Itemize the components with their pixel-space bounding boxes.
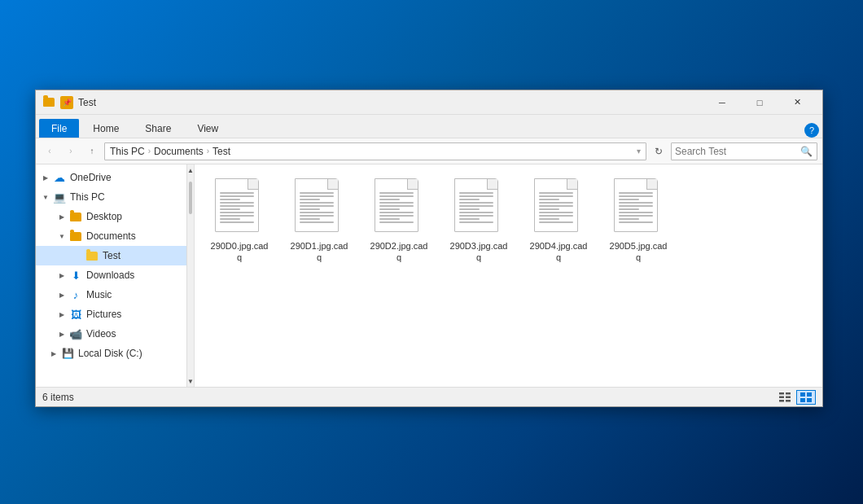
doc-line bbox=[619, 195, 653, 197]
file-name: 290D5.jpg.cadq bbox=[607, 240, 669, 264]
sidebar-item-documents[interactable]: ▼ Documents bbox=[36, 226, 186, 246]
doc-line bbox=[539, 218, 559, 220]
doc-line bbox=[539, 215, 573, 217]
disk-icon: 💾 bbox=[60, 346, 75, 361]
breadcrumb-sep-1: › bbox=[148, 147, 151, 156]
sidebar-label-onedrive: OneDrive bbox=[70, 172, 112, 183]
doc-line bbox=[300, 199, 320, 200]
status-bar: 6 items bbox=[36, 387, 822, 406]
scrollbar-thumb[interactable] bbox=[189, 182, 192, 214]
refresh-button[interactable]: ↻ bbox=[650, 142, 668, 160]
svg-rect-5 bbox=[786, 400, 791, 402]
sidebar-label-this-pc: This PC bbox=[70, 191, 105, 203]
file-item[interactable]: 290D3.jpg.cadq bbox=[442, 173, 515, 270]
test-folder-icon bbox=[85, 248, 99, 263]
search-box: 🔍 bbox=[671, 142, 817, 160]
forward-button[interactable]: › bbox=[62, 142, 80, 160]
expand-arrow-pictures: ▶ bbox=[55, 308, 68, 321]
breadcrumb-this-pc[interactable]: This PC bbox=[110, 146, 145, 157]
tab-view[interactable]: View bbox=[185, 119, 230, 138]
sidebar-label-downloads: Downloads bbox=[86, 270, 134, 281]
doc-line bbox=[619, 215, 653, 217]
scrollbar-down[interactable]: ▼ bbox=[187, 375, 194, 387]
file-item[interactable]: 290D2.jpg.cadq bbox=[362, 173, 436, 270]
doc-line bbox=[619, 221, 653, 223]
breadcrumb-test[interactable]: Test bbox=[212, 146, 230, 157]
doc-line bbox=[379, 195, 414, 197]
search-button[interactable]: 🔍 bbox=[799, 144, 813, 159]
svg-rect-4 bbox=[779, 400, 784, 402]
file-thumbnail bbox=[375, 178, 423, 237]
doc-line bbox=[459, 199, 480, 200]
tab-share[interactable]: Share bbox=[133, 119, 183, 138]
sidebar-item-music[interactable]: ▶ ♪ Music bbox=[36, 285, 186, 305]
doc-line bbox=[220, 205, 254, 207]
file-item[interactable]: 290D5.jpg.cadq bbox=[602, 173, 675, 270]
doc-line bbox=[379, 218, 400, 220]
doc-line bbox=[619, 192, 653, 194]
doc-line bbox=[459, 212, 493, 213]
document-lines bbox=[539, 192, 573, 223]
tab-file[interactable]: File bbox=[39, 119, 79, 138]
sidebar-item-downloads[interactable]: ▶ ⬇ Downloads bbox=[36, 265, 186, 285]
file-name: 290D3.jpg.cadq bbox=[448, 240, 510, 264]
ribbon-tabs: File Home Share View ? bbox=[36, 115, 822, 138]
doc-line bbox=[379, 221, 414, 223]
quick-access-pin-btn[interactable]: 📌 bbox=[60, 96, 73, 109]
back-button[interactable]: ‹ bbox=[41, 142, 59, 160]
file-item[interactable]: 290D0.jpg.cadq bbox=[203, 173, 276, 270]
sidebar-item-this-pc[interactable]: ▼ 💻 This PC bbox=[36, 187, 186, 207]
sidebar-label-local-disk: Local Disk (C:) bbox=[78, 348, 142, 359]
doc-line bbox=[459, 205, 493, 207]
music-icon: ♪ bbox=[68, 287, 83, 302]
doc-line bbox=[459, 208, 480, 210]
maximize-button[interactable]: □ bbox=[741, 90, 778, 115]
sidebar-item-test[interactable]: ▶ Test bbox=[36, 246, 186, 265]
main-area: ▶ ☁ OneDrive ▼ 💻 This PC ▶ Desktop bbox=[36, 164, 822, 387]
up-button[interactable]: ↑ bbox=[83, 142, 101, 160]
sidebar-item-videos[interactable]: ▶ 📹 Videos bbox=[36, 324, 186, 344]
breadcrumb-documents[interactable]: Documents bbox=[154, 146, 204, 157]
sidebar-item-onedrive[interactable]: ▶ ☁ OneDrive bbox=[36, 168, 186, 187]
doc-line bbox=[379, 205, 414, 207]
minimize-button[interactable]: ─ bbox=[703, 90, 741, 115]
file-item[interactable]: 290D1.jpg.cadq bbox=[283, 173, 356, 270]
close-button[interactable]: ✕ bbox=[778, 90, 816, 115]
help-button[interactable]: ? bbox=[804, 123, 819, 138]
doc-line bbox=[220, 202, 254, 204]
breadcrumb[interactable]: This PC › Documents › Test ▾ bbox=[104, 142, 646, 160]
sidebar-item-local-disk[interactable]: ▶ 💾 Local Disk (C:) bbox=[36, 344, 186, 363]
document-icon bbox=[375, 178, 418, 232]
document-lines bbox=[379, 192, 414, 223]
file-thumbnail bbox=[215, 178, 264, 237]
search-input[interactable] bbox=[675, 146, 799, 157]
document-lines bbox=[619, 192, 653, 223]
scrollbar-up[interactable]: ▲ bbox=[187, 164, 194, 176]
svg-rect-6 bbox=[800, 392, 805, 397]
doc-line bbox=[300, 195, 334, 197]
doc-line bbox=[300, 208, 320, 210]
svg-rect-7 bbox=[807, 392, 812, 397]
doc-line bbox=[459, 218, 480, 220]
doc-line bbox=[300, 221, 334, 223]
document-icon bbox=[534, 178, 578, 232]
doc-line bbox=[539, 221, 573, 223]
file-item[interactable]: 290D4.jpg.cadq bbox=[522, 173, 595, 270]
doc-line bbox=[379, 199, 400, 200]
breadcrumb-sep-2: › bbox=[207, 147, 209, 156]
sidebar-item-desktop[interactable]: ▶ Desktop bbox=[36, 207, 186, 226]
expand-arrow-documents: ▼ bbox=[55, 230, 68, 243]
svg-rect-2 bbox=[779, 396, 784, 398]
document-icon bbox=[215, 178, 259, 232]
doc-line bbox=[539, 199, 559, 200]
view-grid-button[interactable] bbox=[796, 390, 816, 405]
tab-home[interactable]: Home bbox=[81, 119, 131, 138]
doc-line bbox=[619, 205, 653, 207]
doc-line bbox=[539, 192, 573, 194]
grid-view-icon bbox=[800, 392, 812, 402]
svg-rect-1 bbox=[786, 392, 791, 395]
sidebar-item-pictures[interactable]: ▶ 🖼 Pictures bbox=[36, 305, 186, 324]
view-list-button[interactable] bbox=[775, 390, 795, 405]
doc-line bbox=[619, 202, 653, 204]
document-lines bbox=[300, 192, 334, 223]
